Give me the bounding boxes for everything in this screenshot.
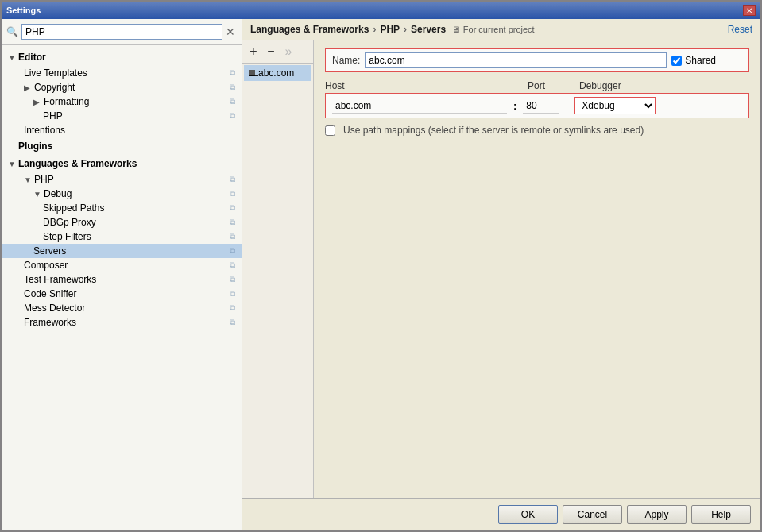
search-icon: 🔍: [6, 26, 18, 37]
sidebar-item-plugins[interactable]: Plugins: [2, 137, 242, 155]
code-sniffer-label: Code Sniffer: [24, 288, 77, 299]
sidebar-item-live-templates[interactable]: Live Templates ⧉: [2, 66, 242, 80]
shared-label: Shared: [685, 55, 716, 66]
sidebar-item-code-sniffer[interactable]: Code Sniffer ⧉: [2, 287, 242, 301]
step-filters-label: Step Filters: [43, 231, 91, 242]
php-formatting-label: PHP: [43, 110, 63, 121]
help-button[interactable]: Help: [691, 505, 751, 524]
breadcrumb-sep1: ›: [373, 24, 376, 35]
server-item[interactable]: — abc.com: [244, 65, 311, 81]
sidebar-item-frameworks[interactable]: Frameworks ⧉: [2, 315, 242, 330]
copy-icon-composer: ⧉: [230, 260, 235, 270]
server-toolbar: + − »: [242, 40, 313, 64]
settings-tree: ▼ Editor Live Templates ⧉ ▶ Copyright ⧉ …: [2, 45, 242, 530]
skipped-paths-label: Skipped Paths: [43, 202, 104, 214]
sidebar-item-copyright[interactable]: ▶ Copyright ⧉: [2, 80, 242, 94]
main-content: 🔍 ✕ ▼ Editor Live Templates ⧉ ▶ Copyrigh…: [2, 19, 760, 530]
copy-icon-copyright: ⧉: [230, 83, 235, 92]
name-input[interactable]: [365, 52, 667, 68]
copy-icon-step: ⧉: [230, 232, 235, 241]
shared-row: Shared: [671, 55, 716, 66]
dbgp-proxy-label: DBGp Proxy: [43, 217, 96, 228]
port-input[interactable]: [523, 98, 559, 114]
path-mapping-checkbox[interactable]: [325, 125, 335, 136]
host-input[interactable]: [332, 98, 507, 114]
sidebar-item-test-frameworks[interactable]: Test Frameworks ⧉: [2, 272, 242, 287]
breadcrumb-sep2: ›: [404, 24, 407, 35]
debug-label: Debug: [44, 188, 72, 199]
live-templates-label: Live Templates: [24, 67, 87, 79]
copy-icon-skipped: ⧉: [230, 203, 235, 213]
copy-icon-frameworks: ⧉: [230, 318, 235, 327]
apply-button[interactable]: Apply: [627, 505, 687, 524]
reset-button[interactable]: Reset: [728, 24, 752, 35]
editor-label: Editor: [18, 52, 46, 63]
copy-icon-php: ⧉: [230, 111, 235, 121]
copy-icon-dbgp: ⧉: [230, 218, 235, 227]
breadcrumb-project: 🖥 For current project: [451, 25, 535, 34]
sidebar-item-languages[interactable]: ▼ Languages & Frameworks: [2, 155, 242, 172]
test-frameworks-label: Test Frameworks: [24, 274, 96, 285]
main-panel: Languages & Frameworks › PHP › Servers 🖥…: [242, 19, 760, 530]
ok-button[interactable]: OK: [498, 505, 558, 524]
servers-label: Servers: [33, 245, 66, 256]
close-button[interactable]: ✕: [743, 5, 756, 16]
add-server-button[interactable]: +: [246, 44, 261, 60]
port-column-header: Port: [528, 80, 579, 91]
column-headers: Host Port Debugger: [325, 80, 749, 91]
sidebar-item-mess-detector[interactable]: Mess Detector ⧉: [2, 301, 242, 315]
intentions-label: Intentions: [24, 125, 65, 136]
debugger-column-header: Debugger: [579, 80, 621, 91]
sidebar-item-composer[interactable]: Composer ⧉: [2, 258, 242, 272]
name-row: Name: Shared: [325, 48, 749, 72]
copy-icon-sniffer: ⧉: [230, 289, 235, 299]
sidebar-item-intentions[interactable]: Intentions: [2, 123, 242, 137]
mess-detector-label: Mess Detector: [24, 303, 85, 314]
sidebar-item-php-formatting[interactable]: PHP ⧉: [2, 109, 242, 123]
expand-icon-languages: ▼: [8, 160, 16, 168]
server-content: + − » — abc.com Name:: [242, 40, 760, 498]
sidebar-item-debug[interactable]: ▼ Debug ⧉: [2, 187, 242, 201]
copy-icon-servers: ⧉: [230, 246, 235, 256]
sidebar-item-formatting[interactable]: ▶ Formatting ⧉: [2, 94, 242, 109]
plugins-label: Plugins: [18, 141, 52, 152]
sidebar-item-php-main[interactable]: ▼ PHP ⧉: [2, 172, 242, 187]
copy-icon-test: ⧉: [230, 275, 235, 284]
server-dot-icon: —: [249, 70, 255, 76]
sidebar-item-dbgp-proxy[interactable]: DBGp Proxy ⧉: [2, 215, 242, 229]
copyright-label: Copyright: [34, 82, 75, 93]
path-mapping-row: Use path mappings (select if the server …: [325, 125, 749, 136]
debugger-select-wrap: Xdebug Zend Debugger None: [574, 97, 656, 114]
php-main-label: PHP: [34, 174, 54, 185]
cancel-button[interactable]: Cancel: [563, 505, 622, 524]
server-item-label: abc.com: [258, 67, 294, 79]
server-list-panel: + − » — abc.com: [242, 40, 314, 498]
copy-icon: ⧉: [230, 68, 235, 78]
languages-label: Languages & Frameworks: [18, 158, 137, 169]
sidebar-item-step-filters[interactable]: Step Filters ⧉: [2, 229, 242, 244]
breadcrumb-bar: Languages & Frameworks › PHP › Servers 🖥…: [242, 19, 760, 40]
button-bar: OK Cancel Apply Help: [242, 498, 760, 530]
project-icon: 🖥: [451, 25, 460, 34]
remove-server-button[interactable]: −: [263, 44, 279, 60]
sidebar-item-skipped-paths[interactable]: Skipped Paths ⧉: [2, 201, 242, 215]
sidebar-item-editor[interactable]: ▼ Editor: [2, 48, 242, 66]
search-input[interactable]: [21, 24, 222, 40]
shared-checkbox[interactable]: [671, 56, 682, 66]
more-server-button[interactable]: »: [280, 44, 296, 60]
debugger-select[interactable]: Xdebug Zend Debugger None: [575, 98, 655, 114]
copy-icon-debug: ⧉: [230, 189, 235, 199]
expand-icon-formatting: ▶: [33, 98, 41, 106]
path-mapping-label: Use path mappings (select if the server …: [343, 125, 644, 136]
sidebar-item-servers[interactable]: Servers ⧉: [2, 244, 242, 258]
host-column-header: Host: [325, 80, 528, 91]
host-port-debugger-row: : Xdebug Zend Debugger None: [325, 93, 749, 118]
breadcrumb-part1: Languages & Frameworks: [250, 24, 369, 35]
breadcrumb-part2: PHP: [380, 24, 400, 35]
expand-icon: ▼: [8, 53, 16, 62]
search-bar: 🔍 ✕: [2, 19, 242, 45]
sidebar: 🔍 ✕ ▼ Editor Live Templates ⧉ ▶ Copyrigh…: [2, 19, 242, 530]
window-title: Settings: [6, 6, 41, 15]
search-clear-button[interactable]: ✕: [224, 25, 237, 38]
expand-icon-debug: ▼: [33, 190, 41, 199]
